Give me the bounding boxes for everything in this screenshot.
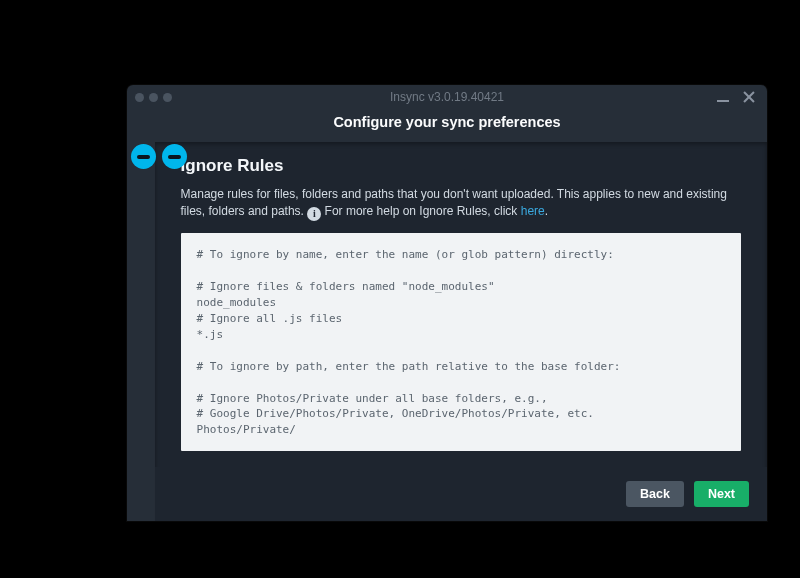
ignore-rules-textarea[interactable]: # To ignore by name, enter the name (or … (181, 233, 741, 451)
minimize-icon[interactable] (717, 100, 729, 102)
account-avatar[interactable] (131, 144, 156, 169)
traffic-lights (135, 93, 172, 102)
window-controls (717, 91, 759, 103)
desc-text-2: For more help on Ignore Rules, click (321, 204, 520, 218)
app-window: Insync v3.0.19.40421 Configure your sync… (127, 85, 767, 521)
window-title: Insync v3.0.19.40421 (127, 90, 767, 104)
traffic-dot (149, 93, 158, 102)
next-button[interactable]: Next (694, 481, 749, 507)
account-avatar[interactable] (162, 144, 187, 169)
minus-icon (137, 155, 150, 159)
traffic-dot (135, 93, 144, 102)
section-title: Ignore Rules (181, 156, 741, 176)
back-button[interactable]: Back (626, 481, 684, 507)
help-link[interactable]: here (521, 204, 545, 218)
minus-icon (168, 155, 181, 159)
page-title: Configure your sync preferences (127, 109, 767, 142)
content-panel: Ignore Rules Manage rules for files, fol… (154, 142, 767, 521)
section-description: Manage rules for files, folders and path… (181, 186, 741, 219)
titlebar: Insync v3.0.19.40421 (127, 85, 767, 109)
sidebar (127, 142, 154, 521)
info-icon[interactable]: i (307, 207, 321, 221)
close-icon[interactable] (743, 91, 755, 103)
traffic-dot (163, 93, 172, 102)
footer: Back Next (155, 467, 767, 521)
desc-tail: . (545, 204, 548, 218)
main-body: Ignore Rules Manage rules for files, fol… (127, 142, 767, 521)
